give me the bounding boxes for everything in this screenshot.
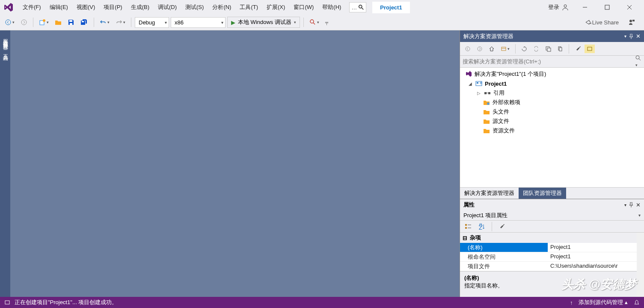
menu-build[interactable]: 生成(B) xyxy=(127,1,153,13)
menu-debug[interactable]: 调试(D) xyxy=(154,1,181,13)
prop-row-project-file[interactable]: 项目文件 C:\Users\shandian\source\r xyxy=(460,262,637,271)
server-explorer-tab[interactable]: 服务器资源管理器 xyxy=(1,32,10,44)
categorized-button[interactable] xyxy=(463,222,474,231)
nav-forward-button[interactable] xyxy=(18,18,30,27)
svg-line-15 xyxy=(313,23,315,24)
tab-team-explorer[interactable]: 团队资源管理器 xyxy=(519,188,566,199)
save-button[interactable] xyxy=(65,18,77,27)
feedback-button[interactable] xyxy=(626,18,637,27)
property-pages-button[interactable] xyxy=(496,222,507,231)
menu-analyze[interactable]: 分析(N) xyxy=(208,1,235,13)
expander-open-icon[interactable]: ◢ xyxy=(468,81,473,86)
chevron-down-icon: ▾ xyxy=(294,20,296,24)
solution-explorer-search-input[interactable] xyxy=(463,58,635,65)
window-minimize-button[interactable] xyxy=(576,1,594,14)
menu-test[interactable]: 测试(S) xyxy=(181,1,208,13)
se-properties-button[interactable] xyxy=(573,45,583,53)
menu-extensions[interactable]: 扩展(X) xyxy=(263,1,289,13)
pin-icon[interactable] xyxy=(629,34,633,39)
tab-solution-explorer[interactable]: 解决方案资源管理器 xyxy=(460,188,519,199)
tree-sources-node[interactable]: 源文件 xyxy=(460,117,644,126)
svg-rect-36 xyxy=(465,224,467,226)
tree-resources-node[interactable]: 资源文件 xyxy=(460,126,644,135)
toolbar-overflow-button[interactable]: ╤ xyxy=(323,19,330,26)
alphabetical-button[interactable]: AZ xyxy=(476,222,487,231)
tree-headers-node[interactable]: 头文件 xyxy=(460,107,644,117)
tree-project-node[interactable]: ◢ ++ Project1 xyxy=(460,79,644,88)
publish-icon[interactable]: ↑ xyxy=(570,299,573,306)
folder-icon xyxy=(483,109,490,115)
menu-project[interactable]: 项目(P) xyxy=(100,1,126,13)
se-sync-button[interactable] xyxy=(531,45,541,53)
sign-in-button[interactable]: 登录 xyxy=(545,2,572,13)
folder-icon xyxy=(483,118,490,124)
nav-back-button[interactable]: ▾ xyxy=(3,18,17,27)
prop-row-root-namespace[interactable]: 根命名空间 Project1 xyxy=(460,252,637,262)
vs-logo-icon xyxy=(3,1,15,13)
window-maximize-button[interactable] xyxy=(598,1,617,14)
solution-explorer-title: 解决方案资源管理器 xyxy=(463,33,513,40)
solution-explorer-toolbar: ▾ xyxy=(460,42,644,56)
close-icon[interactable]: ✕ xyxy=(636,202,641,208)
prop-root-value[interactable]: Project1 xyxy=(548,252,637,261)
properties-category[interactable]: ⊟杂项 xyxy=(460,233,637,243)
search-icon xyxy=(358,4,364,10)
window-close-button[interactable] xyxy=(620,1,639,14)
se-preview-button[interactable] xyxy=(585,45,595,53)
redo-button[interactable]: ▾ xyxy=(113,18,128,27)
prop-file-key: 项目文件 xyxy=(460,262,548,271)
svg-point-14 xyxy=(310,20,314,23)
pin-icon[interactable] xyxy=(629,202,633,207)
open-file-button[interactable] xyxy=(53,18,64,27)
prop-file-value[interactable]: C:\Users\shandian\source\r xyxy=(548,262,637,271)
properties-object-combo[interactable]: Project1 项目属性 ▾ xyxy=(460,210,644,221)
new-project-button[interactable]: ▾ xyxy=(37,18,51,27)
properties-scrollbar[interactable] xyxy=(637,233,644,297)
quick-launch[interactable]: … xyxy=(349,2,366,12)
undo-button[interactable]: ▾ xyxy=(98,18,112,27)
notifications-icon[interactable] xyxy=(634,299,640,305)
menu-window[interactable]: 窗口(W) xyxy=(290,1,318,13)
prop-name-value[interactable]: Project1 xyxy=(548,243,637,252)
se-forward-button[interactable] xyxy=(475,45,485,53)
se-collapse-all-button[interactable] xyxy=(543,45,553,53)
tree-solution-node[interactable]: 解决方案"Project1"(1 个项目) xyxy=(460,69,644,79)
status-ready-icon xyxy=(4,299,10,305)
prop-row-name[interactable]: (名称) Project1 xyxy=(460,243,637,252)
start-debug-button[interactable]: ▶ 本地 Windows 调试器 ▾ xyxy=(227,17,300,28)
se-pending-changes-button[interactable] xyxy=(519,45,529,53)
svg-point-10 xyxy=(43,19,45,22)
expander-closed-icon[interactable]: ▷ xyxy=(476,91,481,96)
menu-help[interactable]: 帮助(H) xyxy=(318,1,345,13)
tree-external-deps-label: 外部依赖项 xyxy=(493,99,520,106)
properties-desc-name: (名称) xyxy=(464,274,632,282)
solution-platform-value: x86 xyxy=(175,19,184,26)
add-to-source-control[interactable]: 添加到源代码管理 ▴ xyxy=(579,299,628,306)
svg-rect-26 xyxy=(588,47,592,51)
toolbox-tab[interactable]: 工具箱 xyxy=(1,48,10,55)
find-in-files-button[interactable]: ▾ xyxy=(307,18,321,27)
se-home-button[interactable] xyxy=(487,45,497,53)
solution-platform-combo[interactable]: x86 xyxy=(171,17,226,28)
tree-external-deps-node[interactable]: 外部依赖项 xyxy=(460,98,644,107)
solution-config-combo[interactable]: Debug xyxy=(135,17,169,28)
se-show-all-files-button[interactable] xyxy=(555,45,565,53)
svg-line-1 xyxy=(362,8,363,9)
se-switch-views-button[interactable]: ▾ xyxy=(499,45,512,53)
save-all-button[interactable] xyxy=(78,18,90,27)
debug-target-label: 本地 Windows 调试器 xyxy=(238,18,291,26)
tree-references-node[interactable]: ▷ 引用 xyxy=(460,88,644,98)
close-icon[interactable]: ✕ xyxy=(636,33,641,39)
properties-desc-text: 指定项目名称。 xyxy=(464,282,632,290)
solution-explorer-search[interactable]: ▾ xyxy=(460,56,644,68)
solution-explorer-header: 解决方案资源管理器 ▾ ✕ xyxy=(460,30,644,42)
title-project-name: Project1 xyxy=(372,2,410,13)
menu-view[interactable]: 视图(V) xyxy=(73,1,99,13)
menu-tools[interactable]: 工具(T) xyxy=(236,1,262,13)
menu-edit[interactable]: 编辑(E) xyxy=(46,1,72,13)
panel-dropdown-icon[interactable]: ▾ xyxy=(624,34,626,39)
live-share-button[interactable]: Live Share xyxy=(582,18,621,27)
panel-dropdown-icon[interactable]: ▾ xyxy=(624,203,626,207)
se-back-button[interactable] xyxy=(463,45,473,53)
menu-file[interactable]: 文件(F) xyxy=(19,1,45,13)
